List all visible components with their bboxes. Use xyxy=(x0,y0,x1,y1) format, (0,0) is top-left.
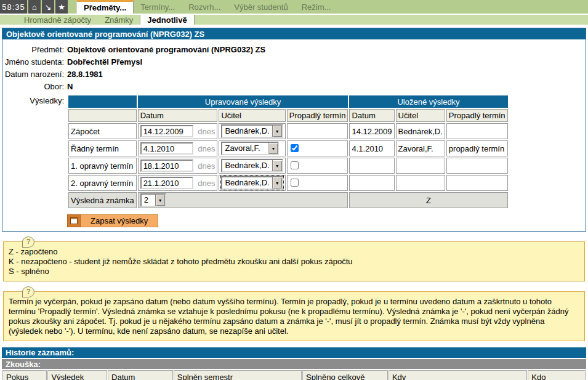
grade-entry-panel: Objektově orientované programování (NPRG… xyxy=(2,28,586,232)
help-icon[interactable]: ? xyxy=(22,236,34,248)
saved-date: 4.1.2010 xyxy=(349,140,394,156)
legend-line-z: Z - započteno xyxy=(9,247,579,257)
field-label-predmet: Předmět: xyxy=(2,44,67,56)
date-input-2-opravny[interactable] xyxy=(140,177,193,189)
teacher-select-radny[interactable]: Zavoral,F. ▼ xyxy=(221,142,279,155)
subtab-hromadne-zapocty[interactable]: Hromadně zápočty xyxy=(17,15,98,25)
teacher-select-zapocet[interactable]: Bednárek,D. ▼ xyxy=(221,124,283,138)
teacher-select-value: Bednárek,D. xyxy=(222,177,272,188)
hist-col-splnen-semestr: Splněn semestr xyxy=(174,370,302,380)
hist-col-pokus: Pokus xyxy=(2,370,47,380)
field-value-narozeni: 28.8.1981 xyxy=(67,68,103,81)
tab-predmety[interactable]: Předměty... xyxy=(76,0,134,14)
teacher-select-1-opravny[interactable]: Bednárek,D. ▼ xyxy=(221,159,283,172)
col-header-empty xyxy=(68,109,137,122)
history-section: Historie záznamů: Zkouška: Pokus Výslede… xyxy=(2,347,586,380)
teacher-select-value: Zavoral,F. xyxy=(222,143,268,154)
field-label-jmeno: Jméno studenta: xyxy=(2,56,67,68)
final-grade-label: Výsledná známka xyxy=(68,192,137,208)
col-header-propadly-saved: Propadlý termín xyxy=(446,109,508,122)
field-label-vysledky: Výsledky: xyxy=(2,94,67,209)
col-header-ucitel-edit: Učitel xyxy=(219,109,285,122)
table-row-2-opravny: 2. opravný termín dnes Bednárek,D. ▼ xyxy=(68,175,508,191)
tab-terminy[interactable]: Termíny... xyxy=(134,0,182,14)
dnes-link[interactable]: dnes xyxy=(198,179,215,188)
date-input-1-opravny[interactable] xyxy=(140,160,193,172)
results-table: Upravované výsledky Uložené výsledky Dat… xyxy=(67,94,509,209)
row-label: 1. opravný termín xyxy=(68,158,137,174)
login-arrow-icon[interactable]: ↘ xyxy=(42,0,54,14)
saved-teacher xyxy=(396,158,445,174)
dnes-link[interactable]: dnes xyxy=(198,144,215,153)
col-header-datum-saved: Datum xyxy=(349,109,394,122)
tab-vyber-studentu[interactable]: Výběr studentů xyxy=(227,0,294,14)
saved-teacher: Zavoral,F. xyxy=(396,140,445,156)
row-label: 2. opravný termín xyxy=(68,175,137,191)
help-icon[interactable]: ? xyxy=(22,286,34,297)
tab-rezim[interactable]: Režim... xyxy=(295,0,338,14)
rules-explanation-box: ? Termín je vyčerpán, pokud je zapsáno d… xyxy=(3,291,585,341)
main-tabs: Předměty... Termíny... Rozvrh... Výběr s… xyxy=(76,0,337,14)
forfeit-checkbox-1-opravny[interactable] xyxy=(291,161,299,169)
student-info: Předmět: Objektově orientované programov… xyxy=(2,39,586,93)
saved-forfeit xyxy=(446,175,508,191)
save-results-button[interactable]: Zapsat výsledky xyxy=(81,214,158,227)
saved-date xyxy=(349,175,394,191)
grade-legend-box: ? Z - započteno K - nezapočteno - studen… xyxy=(3,241,585,281)
subtab-jednotlive[interactable]: Jednotlivě xyxy=(140,15,194,25)
forfeit-checkbox-2-opravny[interactable] xyxy=(291,179,299,187)
date-input-radny[interactable] xyxy=(140,142,193,155)
hist-col-kdo: Kdo xyxy=(528,370,586,380)
sub-menu-bar: Hromadně zápočty Známky Jednotlivě xyxy=(0,14,588,25)
field-value-obor: N xyxy=(67,81,73,93)
date-input-zapocet[interactable] xyxy=(140,125,193,137)
group-header-upravovane: Upravované výsledky xyxy=(138,95,348,108)
hist-col-kdy: Kdy xyxy=(389,370,527,380)
group-header-empty xyxy=(68,95,137,108)
table-row-zapocet: Zápočet dnes Bednárek,D. ▼ 14.12.2009 Be… xyxy=(68,123,508,139)
subtab-znamky[interactable]: Známky xyxy=(98,15,140,25)
chevron-down-icon: ▼ xyxy=(268,143,278,154)
saved-forfeit xyxy=(446,123,508,139)
col-header-datum-edit: Datum xyxy=(138,109,218,122)
field-label-obor: Obor: xyxy=(2,81,67,93)
legend-line-s: S - splněno xyxy=(9,267,579,277)
history-title: Historie záznamů: xyxy=(2,347,586,358)
legend-line-k: K - nezapočteno - student již nemůže skl… xyxy=(9,257,579,267)
saved-forfeit: propadlý termín xyxy=(446,140,508,156)
teacher-select-2-opravny[interactable]: Bednárek,D. ▼ xyxy=(221,176,283,190)
final-grade-value: 2 xyxy=(142,195,155,206)
saved-date: 14.12.2009 xyxy=(349,123,394,139)
group-header-ulozene: Uložené výsledky xyxy=(349,95,507,108)
field-value-predmet: Objektově orientované programování (NPRG… xyxy=(67,44,265,56)
saved-teacher: Bednárek,D. xyxy=(396,123,445,139)
table-row-final-grade: Výsledná známka 2 ▼ Z xyxy=(68,192,508,208)
chevron-down-icon: ▼ xyxy=(272,126,282,137)
dnes-link[interactable]: dnes xyxy=(198,161,215,171)
history-subtitle: Zkouška: xyxy=(2,359,586,369)
forfeit-cell-empty xyxy=(287,123,348,139)
col-header-ucitel-saved: Učitel xyxy=(396,109,445,122)
history-table: Pokus Výsledek Datum Splněn semestr Spln… xyxy=(2,370,586,380)
saved-final-grade: Z xyxy=(349,192,507,208)
session-timer: 58:35 xyxy=(0,0,27,14)
save-icon xyxy=(67,214,81,227)
rules-text: Termín je vyčerpán, pokud je zapsáno dat… xyxy=(9,297,579,336)
submit-row: Zapsat výsledky xyxy=(67,214,586,227)
row-label: Řádný termín xyxy=(68,140,137,156)
forfeit-checkbox-radny[interactable] xyxy=(291,144,299,152)
teacher-select-value: Bednárek,D. xyxy=(222,160,272,171)
dnes-link[interactable]: dnes xyxy=(198,127,215,136)
chevron-down-icon: ▼ xyxy=(272,177,282,188)
hist-col-vysledek: Výsledek xyxy=(47,370,107,380)
home-icon[interactable]: ⌂ xyxy=(28,0,41,14)
saved-forfeit xyxy=(446,158,508,174)
hist-col-datum: Datum xyxy=(108,370,173,380)
saved-teacher xyxy=(396,175,445,191)
col-header-propadly-edit: Propadlý termín xyxy=(287,109,348,122)
row-label: Zápočet xyxy=(68,123,137,139)
star-icon[interactable]: ★ xyxy=(55,0,68,14)
table-row-1-opravny: 1. opravný termín dnes Bednárek,D. ▼ xyxy=(68,158,508,174)
tab-rozvrh[interactable]: Rozvrh... xyxy=(182,0,227,14)
final-grade-select[interactable]: 2 ▼ xyxy=(140,193,166,207)
